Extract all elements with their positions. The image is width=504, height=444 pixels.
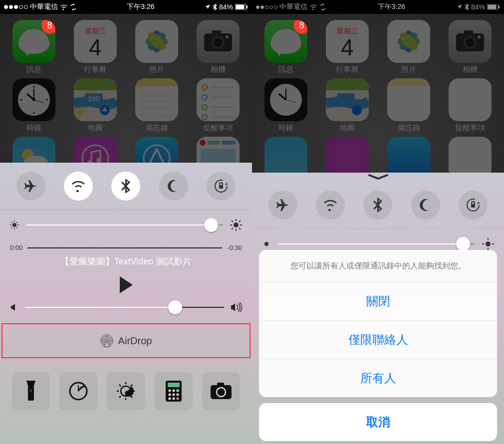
control-center[interactable]: 0:00 -0:30 【愛瘋樂園】TextVideo 測試影片 AirDrop: [0, 163, 252, 444]
sync-icon: [70, 3, 77, 10]
svg-point-83: [30, 390, 32, 392]
location-icon: [457, 4, 463, 10]
svg-rect-1: [236, 5, 245, 9]
grabber[interactable]: [252, 173, 504, 182]
nightshift-button[interactable]: [107, 372, 145, 410]
volume-high-icon: [230, 302, 242, 312]
signal-dots: [4, 5, 28, 9]
svg-line-76: [239, 221, 241, 222]
bluetooth-icon: [213, 3, 217, 10]
svg-point-97: [168, 390, 171, 392]
time-elapsed: 0:00: [10, 244, 22, 251]
scrubber[interactable]: 0:00 -0:30: [10, 244, 242, 251]
wifi-icon: [71, 180, 86, 192]
svg-line-67: [16, 222, 17, 223]
bluetooth-icon: [121, 179, 130, 194]
rotation-lock-toggle[interactable]: [459, 191, 488, 220]
phone-left: 中華電信 下午3:26 84% 8 訊息 星期三4 行事曆: [0, 0, 252, 444]
svg-point-103: [168, 398, 171, 400]
camera-button[interactable]: [202, 372, 240, 410]
svg-point-105: [176, 398, 179, 400]
svg-rect-111: [499, 5, 500, 8]
svg-point-104: [172, 398, 175, 400]
svg-line-93: [119, 396, 121, 398]
lock-rotation-icon: [214, 179, 229, 194]
timer-button[interactable]: [59, 372, 97, 410]
dnd-toggle[interactable]: [159, 172, 188, 201]
svg-point-59: [12, 223, 16, 227]
svg-rect-58: [219, 185, 223, 189]
svg-line-94: [131, 385, 132, 386]
svg-line-64: [11, 222, 12, 223]
battery-icon: [487, 4, 500, 10]
status-bar: 中華電信 下午3:26 84%: [0, 0, 252, 14]
moon-icon: [167, 180, 180, 193]
brightness-slider[interactable]: [0, 210, 252, 240]
svg-marker-82: [26, 381, 35, 386]
svg-line-75: [232, 228, 233, 229]
cancel-button[interactable]: 取消: [259, 403, 497, 441]
rotation-lock-toggle[interactable]: [207, 172, 236, 201]
svg-rect-81: [28, 386, 34, 401]
carrier-label: 中華電信: [30, 2, 58, 11]
airdrop-button[interactable]: AirDrop: [1, 323, 251, 358]
airplane-toggle[interactable]: [268, 191, 297, 220]
bluetooth-icon: [465, 3, 469, 10]
volume-low-icon: [10, 303, 19, 312]
now-playing-title: 【愛瘋樂園】TextVideo 測試影片: [10, 255, 242, 267]
camera-icon: [210, 383, 232, 400]
home-screen: 8 訊息 星期三4 行事曆 照片 相機 時鐘: [0, 14, 252, 444]
svg-point-136: [486, 241, 491, 246]
calculator-button[interactable]: [155, 372, 193, 410]
svg-line-74: [239, 228, 241, 229]
time-remaining: -0:30: [227, 244, 242, 251]
airplane-icon: [24, 179, 38, 193]
wifi-toggle[interactable]: [316, 191, 345, 220]
bluetooth-toggle[interactable]: [111, 172, 140, 201]
flashlight-button[interactable]: [12, 372, 50, 410]
time-label: 下午3:26: [127, 2, 154, 11]
sync-icon: [319, 3, 326, 10]
svg-point-135: [264, 242, 268, 246]
bluetooth-toggle[interactable]: [363, 191, 392, 220]
svg-rect-107: [217, 383, 224, 386]
battery-icon: [235, 4, 248, 10]
svg-rect-2: [247, 5, 248, 8]
svg-rect-96: [168, 383, 180, 387]
svg-rect-134: [471, 204, 475, 208]
sheet-message: 您可以讓所有人或僅限通訊錄中的人能夠找到您。: [259, 250, 497, 282]
svg-point-68: [234, 222, 239, 227]
brightness-low-icon: [10, 221, 19, 229]
play-button[interactable]: [120, 276, 133, 293]
timer-icon: [68, 381, 88, 401]
svg-point-99: [176, 390, 179, 392]
airdrop-contacts-option[interactable]: 僅限聯絡人: [259, 321, 497, 359]
calculator-icon: [166, 381, 182, 402]
wifi-icon: [309, 4, 317, 10]
dnd-toggle[interactable]: [411, 191, 440, 220]
phone-right: 中華電信 下午3:26 84% 8訊息 星期三4行事曆 照片 相機 時鐘 地圖 …: [252, 0, 504, 444]
location-icon: [205, 4, 211, 10]
brightness-high-icon: [230, 219, 242, 231]
svg-point-98: [172, 390, 175, 392]
svg-line-66: [11, 227, 12, 228]
volume-slider[interactable]: [10, 302, 242, 312]
svg-point-101: [172, 394, 175, 396]
svg-line-91: [119, 385, 121, 386]
wifi-icon: [60, 4, 68, 10]
wifi-toggle[interactable]: [64, 172, 93, 201]
status-bar: 中華電信 下午3:26 84%: [252, 0, 504, 14]
airplane-toggle[interactable]: [16, 172, 45, 201]
airdrop-off-option[interactable]: 關閉: [259, 282, 497, 321]
flashlight-icon: [25, 381, 36, 402]
battery-pct: 84%: [219, 3, 233, 11]
svg-line-92: [131, 396, 132, 398]
svg-rect-110: [488, 5, 497, 9]
home-screen: 8訊息 星期三4行事曆 照片 相機 時鐘 地圖 備忘錄 提醒事項: [252, 14, 504, 444]
svg-point-100: [168, 394, 171, 396]
action-sheet: 您可以讓所有人或僅限通訊錄中的人能夠找到您。 關閉 僅限聯絡人 所有人 取消: [259, 250, 497, 441]
airdrop-everyone-option[interactable]: 所有人: [259, 359, 497, 397]
svg-line-73: [232, 221, 233, 222]
svg-line-65: [16, 227, 17, 228]
svg-point-102: [176, 394, 179, 396]
